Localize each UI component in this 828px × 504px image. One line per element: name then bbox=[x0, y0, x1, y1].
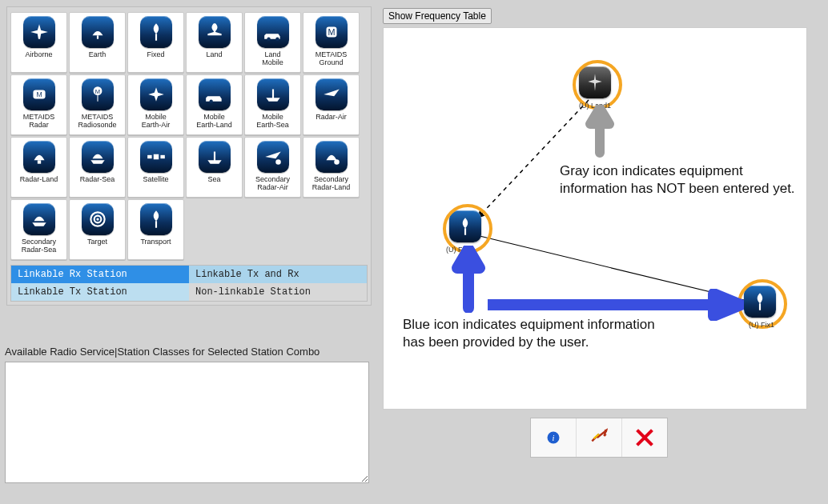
legend-nonlink: Non-linkable Station bbox=[189, 283, 367, 301]
palette-item-airborne[interactable]: Airborne bbox=[10, 12, 67, 73]
palette-item-radar-land[interactable]: Radar-Land bbox=[10, 137, 67, 198]
canvas-toolbar: i bbox=[530, 418, 668, 458]
legend-txrx: Linkable Tx and Rx bbox=[189, 266, 367, 283]
transport-icon bbox=[140, 203, 172, 235]
station-palette-grid: AirborneEarthFixedLandLand MobileMMETAID… bbox=[10, 12, 368, 260]
sea-icon bbox=[199, 141, 231, 173]
palette-item-label: Sea bbox=[207, 175, 220, 183]
satellite-icon bbox=[140, 141, 172, 173]
delete-x-icon bbox=[635, 428, 654, 447]
svg-rect-11 bbox=[37, 160, 40, 163]
mobile-earth-air-icon bbox=[140, 78, 172, 110]
palette-item-label: Mobile Earth-Land bbox=[196, 113, 232, 129]
svg-point-1 bbox=[267, 38, 270, 41]
lightning-arrow-icon bbox=[589, 427, 609, 448]
svg-rect-14 bbox=[160, 155, 164, 158]
palette-item-label: Land Mobile bbox=[262, 50, 283, 66]
blue-icon-annotation: Blue icon indicates equipment informatio… bbox=[403, 316, 667, 351]
diagram-canvas[interactable]: (U) Land1 (U) Fix (U) Fix1 Gray icon ind… bbox=[383, 27, 807, 410]
palette-item-label: Radar-Sea bbox=[80, 175, 115, 183]
mobile-earth-land-icon bbox=[199, 78, 231, 110]
palette-item-label: Land bbox=[206, 50, 222, 58]
info-icon: i bbox=[546, 430, 561, 445]
svg-line-20 bbox=[477, 100, 589, 218]
palette-item-label: Secondary Radar-Air bbox=[255, 175, 290, 191]
svg-rect-0 bbox=[96, 35, 98, 38]
palette-item-label: METAIDS Radar bbox=[23, 113, 54, 129]
station-palette-panel: AirborneEarthFixedLandLand MobileMMETAID… bbox=[6, 6, 372, 306]
radar-air-icon bbox=[316, 78, 348, 110]
palette-item-label: Target bbox=[87, 238, 107, 246]
palette-item-secondary-radar-sea[interactable]: Secondary Radar-Sea bbox=[10, 199, 67, 260]
svg-point-16 bbox=[334, 159, 340, 165]
palette-item-label: Mobile Earth-Sea bbox=[256, 113, 289, 129]
metaids-radar-icon: M bbox=[23, 78, 55, 110]
secondary-radar-land-icon bbox=[316, 141, 348, 173]
palette-item-fixed[interactable]: Fixed bbox=[127, 12, 184, 73]
secondary-radar-air-icon bbox=[257, 141, 289, 173]
palette-item-label: METAIDS Radiosonde bbox=[78, 113, 116, 129]
palette-item-label: Radar-Air bbox=[316, 113, 347, 121]
airborne-icon bbox=[23, 16, 55, 48]
legend-rx: Linkable Rx Station bbox=[11, 266, 189, 283]
palette-item-label: Secondary Radar-Sea bbox=[22, 238, 57, 254]
svg-text:i: i bbox=[553, 434, 555, 442]
palette-item-mobile-earth-land[interactable]: Mobile Earth-Land bbox=[186, 74, 243, 135]
palette-item-metaids-radar[interactable]: MMETAIDS Radar bbox=[10, 74, 67, 135]
svg-point-10 bbox=[209, 100, 212, 103]
gray-icon-annotation: Gray icon indicates equipment informatio… bbox=[560, 162, 800, 198]
palette-item-secondary-radar-air[interactable]: Secondary Radar-Air bbox=[244, 137, 301, 198]
palette-item-transport[interactable]: Transport bbox=[127, 199, 184, 260]
palette-item-mobile-earth-sea[interactable]: Mobile Earth-Sea bbox=[244, 74, 301, 135]
palette-item-label: Earth bbox=[89, 50, 107, 58]
palette-item-label: Radar-Land bbox=[20, 175, 58, 183]
svg-point-15 bbox=[275, 159, 281, 165]
canvas-node-fix1[interactable] bbox=[744, 286, 776, 318]
show-frequency-table-button[interactable]: Show Frequency Table bbox=[383, 8, 492, 24]
palette-item-radar-air[interactable]: Radar-Air bbox=[303, 74, 360, 135]
canvas-node-land1[interactable] bbox=[579, 66, 611, 98]
metaids-ground-icon: M bbox=[316, 16, 348, 48]
palette-item-label: Fixed bbox=[147, 50, 164, 58]
palette-item-label: Transport bbox=[140, 238, 171, 246]
palette-item-secondary-radar-land[interactable]: Secondary Radar-Land bbox=[303, 137, 360, 198]
svg-rect-12 bbox=[153, 154, 159, 160]
svg-text:M: M bbox=[36, 90, 42, 98]
fixed-icon bbox=[140, 16, 172, 48]
palette-item-label: METAIDS Ground bbox=[316, 50, 347, 66]
palette-item-label: Airborne bbox=[25, 50, 52, 58]
svg-point-19 bbox=[96, 218, 98, 220]
palette-item-metaids-ground[interactable]: MMETAIDS Ground bbox=[303, 12, 360, 73]
palette-item-label: Secondary Radar-Land bbox=[312, 175, 351, 191]
svg-rect-13 bbox=[147, 155, 151, 158]
palette-item-satellite[interactable]: Satellite bbox=[127, 137, 184, 198]
svg-point-2 bbox=[275, 38, 279, 41]
land-icon bbox=[199, 16, 231, 48]
palette-item-earth[interactable]: Earth bbox=[69, 12, 126, 73]
palette-item-mobile-earth-air[interactable]: Mobile Earth-Air bbox=[127, 74, 184, 135]
target-icon bbox=[82, 203, 114, 235]
radar-sea-icon bbox=[82, 141, 114, 173]
secondary-radar-sea-icon bbox=[23, 203, 55, 235]
canvas-node-fix1-label: (U) Fix1 bbox=[749, 321, 774, 329]
metaids-radiosonde-icon: M bbox=[82, 78, 114, 110]
earth-icon bbox=[82, 16, 114, 48]
legend-table: Linkable Rx Station Linkable Tx and Rx L… bbox=[10, 265, 368, 302]
palette-item-land[interactable]: Land bbox=[186, 12, 243, 73]
available-combo-list[interactable] bbox=[5, 362, 369, 483]
palette-item-metaids-radiosonde[interactable]: MMETAIDS Radiosonde bbox=[69, 74, 126, 135]
svg-text:M: M bbox=[94, 88, 99, 95]
palette-item-target[interactable]: Target bbox=[69, 199, 126, 260]
palette-item-label: Satellite bbox=[143, 175, 168, 183]
delete-button[interactable] bbox=[622, 418, 667, 457]
svg-text:M: M bbox=[328, 27, 335, 37]
available-combo-label: Available Radio Service|Station Classes … bbox=[5, 346, 320, 358]
link-button[interactable] bbox=[577, 418, 622, 457]
land-mobile-icon bbox=[257, 16, 289, 48]
canvas-node-fix-left[interactable] bbox=[449, 210, 481, 242]
palette-item-land-mobile[interactable]: Land Mobile bbox=[244, 12, 301, 73]
mobile-earth-sea-icon bbox=[257, 78, 289, 110]
palette-item-sea[interactable]: Sea bbox=[186, 137, 243, 198]
palette-item-radar-sea[interactable]: Radar-Sea bbox=[69, 137, 126, 198]
info-button[interactable]: i bbox=[531, 418, 577, 457]
